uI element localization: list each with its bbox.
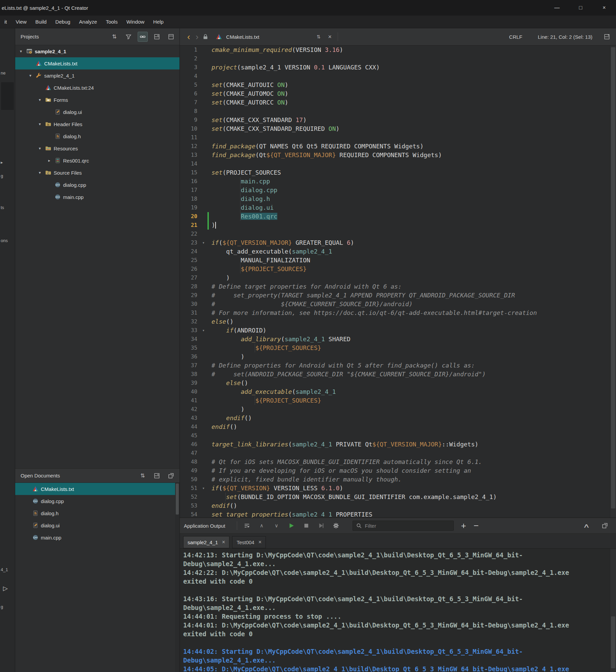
- code-token[interactable]: find_package: [212, 151, 255, 158]
- code-text[interactable]: find_package(Qt${QT_VERSION_MAJOR} REQUI…: [209, 151, 610, 159]
- editor-line[interactable]: 17 dialog.cpp: [180, 186, 610, 195]
- code-text[interactable]: [209, 230, 610, 238]
- code-token[interactable]: sample2_4_1: [292, 511, 332, 518]
- code-text[interactable]: else(): [209, 379, 610, 387]
- line-number[interactable]: 53: [180, 501, 199, 510]
- line-number[interactable]: 35: [180, 344, 199, 352]
- tree-item[interactable]: hdialog.h: [15, 130, 179, 142]
- line-number[interactable]: 44: [180, 422, 199, 431]
- line-number[interactable]: 2: [180, 54, 199, 63]
- code-text[interactable]: set_target_properties(sample2_4_1 PROPER…: [209, 510, 610, 518]
- code-token[interactable]: set: [226, 493, 237, 500]
- line-number[interactable]: 37: [180, 361, 199, 370]
- code-token[interactable]: (PROJECT_SOURCES: [223, 169, 281, 176]
- filter-icon[interactable]: [123, 32, 134, 42]
- code-token[interactable]: 3.16: [325, 46, 339, 53]
- code-token[interactable]: find_package: [212, 143, 255, 150]
- editor-line[interactable]: 49# If you are developing for iOS or mac…: [180, 466, 610, 475]
- line-number[interactable]: 43: [180, 414, 199, 422]
- code-token[interactable]: endif: [226, 414, 244, 421]
- code-token[interactable]: # ${CMAKE_CURRENT_SOURCE_DIR}/android): [212, 300, 413, 308]
- tree-item[interactable]: ▾hHeader Files: [15, 118, 179, 130]
- code-text[interactable]: # For more information, see https://doc.…: [209, 309, 610, 317]
- code-text[interactable]: # If you are developing for iOS or macOS…: [209, 466, 610, 475]
- close-tab-icon[interactable]: ×: [222, 539, 225, 545]
- code-token[interactable]: (sample2_4_1 VERSION: [237, 64, 314, 71]
- mode-label-fragment[interactable]: ons: [1, 238, 8, 243]
- editor-scrollbar[interactable]: [610, 46, 616, 518]
- line-number[interactable]: 10: [180, 124, 199, 133]
- editor-line[interactable]: 40 add_executable(sample2_4_1: [180, 387, 610, 396]
- tree-item[interactable]: ▸Res001.qrc: [15, 154, 179, 167]
- line-number[interactable]: 46: [180, 440, 199, 449]
- editor-line[interactable]: 26 ${PROJECT_SOURCES}: [180, 265, 610, 273]
- line-number[interactable]: 30: [180, 300, 199, 309]
- code-token[interactable]: sample2_4_1: [285, 335, 325, 343]
- code-token[interactable]: set: [212, 90, 223, 97]
- line-number[interactable]: 32: [180, 317, 199, 326]
- code-token[interactable]: project: [212, 64, 237, 71]
- code-token[interactable]: ): [212, 274, 230, 281]
- editor-line[interactable]: 11: [180, 133, 610, 142]
- line-number[interactable]: 18: [180, 195, 199, 203]
- code-token[interactable]: # set(ANDROID_PACKAGE_SOURCE_DIR "${CMAK…: [212, 371, 486, 378]
- minimize-button[interactable]: —: [545, 0, 569, 16]
- code-token[interactable]: 6: [347, 239, 351, 246]
- open-document-item[interactable]: dialog.ui: [15, 519, 179, 531]
- code-token[interactable]: Res001.qrc: [241, 213, 277, 220]
- code-text[interactable]: set(CMAKE_CXX_STANDARD_REQUIRED ON): [209, 124, 610, 133]
- line-number[interactable]: 19: [180, 203, 199, 212]
- code-token[interactable]: LANGUAGES CXX): [325, 64, 380, 71]
- code-token[interactable]: SHARED: [325, 335, 351, 343]
- code-text[interactable]: # Define target properties for Android w…: [209, 282, 610, 291]
- code-text[interactable]: [209, 431, 610, 440]
- code-text[interactable]: ): [209, 352, 610, 361]
- maximize-button[interactable]: □: [569, 0, 592, 16]
- collapse-output-icon[interactable]: ∧: [583, 522, 590, 529]
- code-token[interactable]: dialog.ui: [241, 204, 274, 211]
- tree-item[interactable]: CMakeLists.txt:24: [15, 82, 179, 94]
- line-number[interactable]: 4: [180, 72, 199, 81]
- editor-line[interactable]: 31# For more information, see https://do…: [180, 309, 610, 317]
- editor-line[interactable]: 16 main.cpp: [180, 177, 610, 186]
- popout-panel-icon[interactable]: [166, 471, 176, 481]
- mode-label-fragment[interactable]: ts: [1, 205, 4, 210]
- back-icon[interactable]: ‹: [185, 32, 193, 41]
- code-token[interactable]: endif: [212, 423, 230, 430]
- menu-item[interactable]: Tools: [102, 19, 122, 25]
- rerun-icon[interactable]: [316, 521, 326, 531]
- editor-line[interactable]: 51▾if(${QT_VERSION} VERSION_LESS 6.1.0): [180, 484, 610, 493]
- code-token[interactable]: # If you are developing for iOS or macOS…: [212, 467, 471, 474]
- code-token[interactable]: (): [245, 414, 252, 421]
- code-token[interactable]: set: [212, 116, 223, 123]
- code-text[interactable]: Res001.qrc: [209, 212, 610, 221]
- tree-item[interactable]: ▾Forms: [15, 94, 179, 106]
- code-token[interactable]: REQUIRED COMPONENTS Widgets): [336, 151, 442, 158]
- tree-item[interactable]: C++main.cpp: [15, 191, 179, 203]
- code-token[interactable]: (: [288, 511, 292, 518]
- code-token[interactable]: ): [303, 116, 307, 123]
- code-text[interactable]: find_package(QT NAMES Qt6 Qt5 REQUIRED C…: [209, 142, 610, 151]
- code-text[interactable]: project(sample2_4_1 VERSION 0.1 LANGUAGE…: [209, 63, 610, 72]
- line-number[interactable]: 52: [180, 493, 199, 501]
- code-token[interactable]: ): [285, 81, 288, 88]
- editor-line[interactable]: 12find_package(QT NAMES Qt6 Qt5 REQUIRED…: [180, 142, 610, 151]
- code-token[interactable]: (: [288, 441, 292, 448]
- editor-line[interactable]: 33▾ if(ANDROID): [180, 326, 610, 335]
- code-token[interactable]: [212, 379, 226, 386]
- code-token[interactable]: [212, 204, 241, 211]
- code-token[interactable]: [212, 493, 226, 500]
- filter-input[interactable]: Filter: [353, 521, 454, 531]
- editor-line[interactable]: 50# explicit, fixed bundle identifier ma…: [180, 475, 610, 484]
- code-text[interactable]: dialog.ui: [209, 203, 610, 212]
- code-token[interactable]: ): [351, 239, 354, 246]
- expander-icon[interactable]: ▾: [37, 170, 43, 175]
- code-token[interactable]: set: [212, 81, 223, 88]
- menu-item[interactable]: View: [11, 19, 31, 25]
- line-number[interactable]: 3: [180, 63, 199, 72]
- editor-line[interactable]: 44endif(): [180, 422, 610, 431]
- editor-line[interactable]: 19 dialog.ui: [180, 203, 610, 212]
- editor-line[interactable]: 39 else(): [180, 379, 610, 387]
- tree-item[interactable]: CMakeLists.txt: [15, 57, 179, 69]
- code-token[interactable]: sample2_4_1: [292, 248, 332, 255]
